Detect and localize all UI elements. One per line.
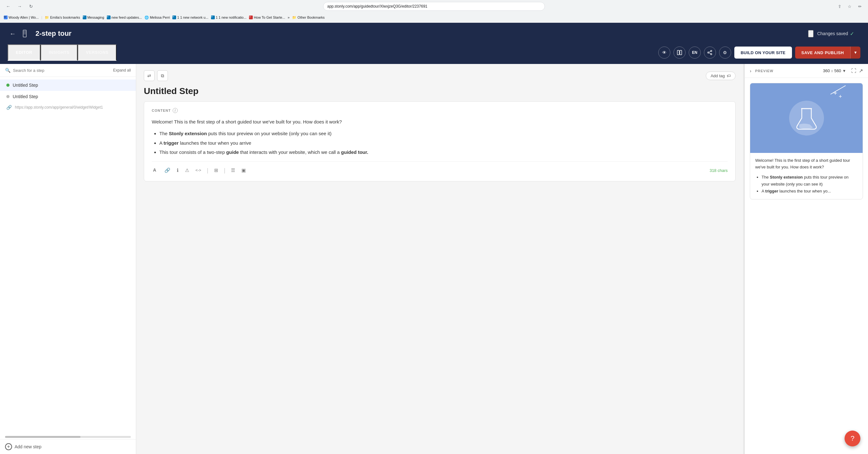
preview-widget: + + Welcome! This is the first step of a…: [750, 83, 863, 199]
svg-rect-1: [24, 31, 26, 32]
svg-line-10: [709, 53, 711, 54]
preview-width: 360: [823, 68, 830, 73]
add-step-label: Add new step: [14, 444, 41, 449]
link-text: https://app.stonly.com/app/general/0/wid…: [15, 105, 103, 109]
changes-saved-status: Changes saved ✓: [817, 31, 854, 37]
variable-tool-button[interactable]: <->: [194, 167, 203, 174]
note-tool-button[interactable]: ☰: [230, 166, 236, 174]
search-icon: 🔍: [5, 68, 10, 73]
bookmark-melissa[interactable]: 🌐 Melissa Perri: [145, 15, 170, 20]
extension-button[interactable]: ✏: [855, 2, 864, 11]
address-bar[interactable]: app.stonly.com/app/guidedtour/XlwxjzeQ3G…: [323, 2, 545, 11]
bookmark-button[interactable]: ☆: [845, 2, 854, 11]
copy-button[interactable]: ⧉: [157, 70, 168, 81]
layout-button[interactable]: [674, 46, 685, 59]
bookmark-network[interactable]: in 1 1 new network u...: [172, 15, 208, 19]
bookmark-woody[interactable]: W Woody Allen | Wo...: [4, 15, 39, 19]
header-actions: 👁 EN ⚙ BUILD ON YOUR SITE: [658, 46, 860, 59]
content-toolbar: A 🔗 ℹ ⚠ <-> | ⊞ | ☰ ▣ 318 chars: [152, 161, 728, 175]
add-tag-label: Add tag: [711, 73, 725, 78]
collapse-preview-button[interactable]: ›: [750, 68, 751, 73]
text-format-button[interactable]: A: [152, 166, 159, 175]
add-step-button[interactable]: + Add new step: [5, 443, 41, 450]
sidebar-footer: + Add new step: [0, 439, 136, 454]
bookmark-emilia[interactable]: 📁 Emilia's bookmarks: [45, 15, 80, 20]
search-input[interactable]: [13, 68, 111, 73]
preview-text-area: Welcome! This is the first step of a sho…: [750, 153, 863, 199]
preview-size-control: 360 x 560 ▼: [823, 68, 846, 73]
content-main-text[interactable]: Welcome! This is the first step of a sho…: [152, 118, 728, 126]
language-button[interactable]: EN: [689, 46, 701, 59]
preview-expand-button[interactable]: ⛶: [851, 68, 856, 74]
list-item-3: This tour consists of a two-step guide t…: [159, 148, 728, 156]
add-tag-button[interactable]: Add tag 🏷: [706, 71, 736, 80]
browser-action-icons: ⇧ ☆ ✏: [835, 2, 864, 11]
info-tool-button[interactable]: ℹ: [176, 166, 180, 174]
step-name-1: Untitled Step: [13, 83, 38, 88]
reload-button[interactable]: ↻: [27, 2, 35, 11]
app-header: ← 2-step tour ✏ Changes saved ✓ EDITOR I…: [0, 23, 868, 64]
back-button[interactable]: ←: [8, 29, 18, 39]
preview-panel: › PREVIEW 360 x 560 ▼ ⛶ ↗: [744, 64, 868, 454]
content-info-icon[interactable]: i: [173, 108, 178, 113]
forward-nav-button[interactable]: →: [15, 2, 24, 11]
preview-main-text: Welcome! This is the first step of a sho…: [755, 157, 858, 171]
swap-button[interactable]: ⇄: [144, 70, 155, 81]
size-x-separator: x: [831, 69, 833, 73]
step-title-input[interactable]: [144, 86, 736, 96]
svg-rect-5: [680, 50, 682, 55]
preview-external-button[interactable]: ↗: [859, 68, 863, 74]
settings-button[interactable]: ⚙: [719, 46, 731, 59]
url-text: app.stonly.com/app/guidedtour/XlwxjzeQ3G…: [327, 4, 427, 8]
help-bubble[interactable]: ?: [844, 430, 860, 446]
table-tool-button[interactable]: ⊞: [213, 166, 220, 174]
back-nav-button[interactable]: ←: [4, 2, 13, 11]
preview-list-item-2: A trigger launches the tour when yo...: [762, 188, 858, 195]
tab-insights[interactable]: INSIGHTS: [40, 44, 78, 61]
toolbar-separator: |: [206, 167, 209, 174]
preview-content: + + Welcome! This is the first step of a…: [745, 78, 868, 454]
editor-area[interactable]: ⇄ ⧉ Add tag 🏷 CONTENT i Welcome! This is…: [136, 64, 743, 454]
content-section-label: CONTENT i: [152, 108, 728, 113]
bookmark-other[interactable]: 📁 Other Bookmarks: [292, 15, 325, 20]
warning-tool-button[interactable]: ⚠: [184, 166, 190, 174]
toolbar-separator-2: |: [223, 167, 226, 174]
tab-versions[interactable]: VERSIONS: [78, 44, 117, 61]
question-icon: ?: [850, 434, 855, 443]
bookmarks-bar: W Woody Allen | Wo... | 📁 Emilia's bookm…: [0, 13, 868, 22]
sidebar-link-item: 🔗 https://app.stonly.com/app/general/0/w…: [0, 102, 136, 112]
svg-text:A: A: [153, 167, 156, 172]
edit-title-button[interactable]: ✏: [808, 30, 813, 37]
step-item-2[interactable]: Untitled Step: [0, 91, 136, 102]
bookmark-notifications[interactable]: in 1 1 new notificatio...: [211, 15, 246, 19]
list-item-2: A trigger launches the tour when you arr…: [159, 139, 728, 147]
bookmark-messaging[interactable]: in Messaging: [83, 15, 104, 19]
sidebar-scrollbar-thumb: [5, 436, 81, 438]
svg-rect-3: [24, 34, 26, 34]
content-list: The Stonly extension puts this tour prev…: [152, 129, 728, 156]
char-count: 318 chars: [710, 168, 728, 173]
tab-editor[interactable]: EDITOR: [8, 44, 40, 61]
save-publish-dropdown-button[interactable]: ▼: [850, 46, 860, 59]
preview-label: PREVIEW: [755, 69, 774, 73]
sidebar-steps: Untitled Step Untitled Step 🔗 https://ap…: [0, 77, 136, 435]
media-tool-button[interactable]: ▣: [240, 166, 247, 174]
build-on-site-button[interactable]: BUILD ON YOUR SITE: [734, 46, 792, 59]
bookmark-feed[interactable]: in new feed updates...: [107, 15, 142, 19]
save-publish-button[interactable]: SAVE AND PUBLISH: [795, 46, 850, 59]
step-name-2: Untitled Step: [13, 94, 38, 99]
plus-icon: +: [5, 443, 12, 450]
expand-all-button[interactable]: Expand all: [113, 68, 131, 72]
step-item-1[interactable]: Untitled Step: [0, 79, 136, 91]
bookmark-more[interactable]: »: [288, 15, 289, 19]
step-dot-inactive: [6, 95, 9, 98]
preview-list-item-1: The Stonly extension puts this tour prev…: [762, 174, 858, 188]
app-title: 2-step tour: [35, 29, 802, 38]
preview-button[interactable]: 👁: [658, 46, 670, 59]
share-button[interactable]: [704, 46, 716, 59]
bookmark-howto[interactable]: U How To Get Starte...: [249, 15, 285, 19]
share-page-button[interactable]: ⇧: [835, 2, 844, 11]
svg-point-8: [708, 52, 709, 53]
preview-size-dropdown[interactable]: ▼: [842, 69, 846, 73]
link-tool-button[interactable]: 🔗: [163, 166, 172, 174]
